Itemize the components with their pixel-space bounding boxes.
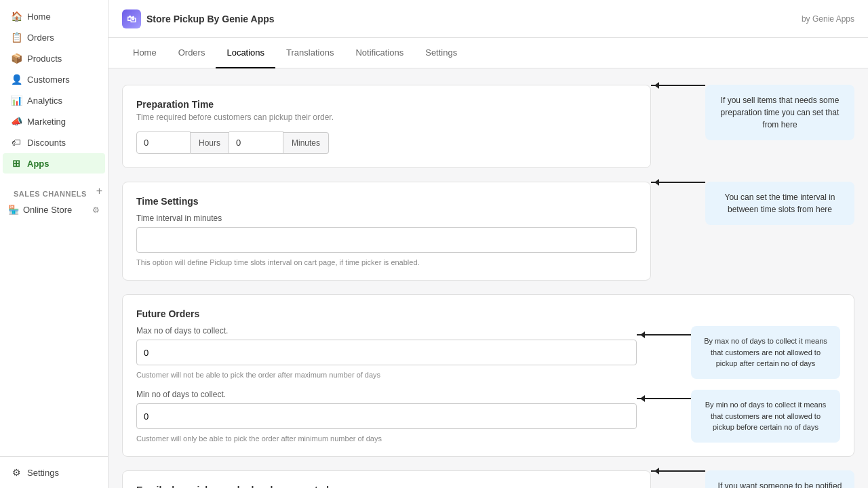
preparation-time-desc: Time required before customers can picku…	[136, 113, 637, 122]
preparation-time-title: Preparation Time	[136, 99, 637, 110]
app-logo-icon: 🛍	[122, 9, 141, 28]
arrow-line-2	[651, 182, 705, 183]
arrow-line	[651, 85, 705, 86]
arrow-line-5	[651, 470, 705, 472]
min-days-row: Min no of days to collect. Customer will…	[136, 390, 840, 443]
preparation-time-row: Preparation Time Time required before cu…	[122, 85, 854, 168]
sidebar-item-products[interactable]: 📦 Products	[3, 48, 105, 68]
tab-translations[interactable]: Translations	[275, 38, 344, 68]
sidebar-nav: 🏠 Home 📋 Orders 📦 Products 👤 Customers 📊…	[0, 0, 108, 456]
sidebar-item-apps-label: Apps	[27, 159, 50, 169]
max-days-label: Max no of days to collect.	[136, 326, 637, 336]
sidebar: 🏠 Home 📋 Orders 📦 Products 👤 Customers 📊…	[0, 0, 108, 488]
sidebar-item-settings[interactable]: ⚙ Settings	[3, 462, 105, 483]
time-settings-tooltip: You can set the time interval in between…	[705, 182, 854, 225]
min-days-label: Min no of days to collect.	[136, 390, 637, 399]
customers-icon: 👤	[11, 74, 22, 85]
add-channel-icon[interactable]: +	[96, 185, 102, 197]
home-icon: 🏠	[11, 11, 22, 22]
sales-channels-label: Sales channels	[5, 182, 95, 201]
sidebar-item-analytics[interactable]: 📊 Analytics	[3, 90, 105, 110]
marketing-icon: 📣	[11, 116, 22, 127]
email-arrow	[651, 470, 705, 472]
main-content: 🛍 Store Pickup By Genie Apps by Genie Ap…	[108, 0, 868, 488]
preparation-time-arrow	[651, 85, 705, 86]
products-icon: 📦	[11, 53, 22, 64]
discounts-icon: 🏷	[11, 137, 22, 148]
apps-icon: ⊞	[11, 158, 22, 169]
preparation-time-card: Preparation Time Time required before cu…	[122, 85, 651, 168]
tab-orders[interactable]: Orders	[167, 38, 216, 68]
max-days-group: Max no of days to collect. Customer will…	[136, 326, 637, 387]
sidebar-bottom: ⚙ Settings	[0, 456, 108, 488]
future-orders-row: Future Orders Max no of days to collect.…	[122, 294, 854, 457]
time-settings-row: Time Settings Time interval in minutes T…	[122, 182, 854, 281]
min-days-input[interactable]	[136, 403, 637, 429]
max-days-input[interactable]	[136, 340, 637, 365]
sidebar-settings-label: Settings	[27, 468, 59, 478]
sidebar-item-marketing[interactable]: 📣 Marketing	[3, 111, 105, 131]
minutes-label: Minutes	[283, 132, 329, 154]
time-settings-title: Time Settings	[136, 196, 637, 207]
orders-icon: 📋	[11, 32, 22, 43]
sidebar-item-discounts-label: Discounts	[27, 138, 66, 148]
max-days-tooltip: By max no of days to collect it means th…	[691, 326, 840, 379]
min-days-arrow	[637, 398, 691, 399]
tab-locations[interactable]: Locations	[216, 38, 275, 68]
email-section-title: Email when pickup order has been created	[136, 485, 637, 488]
time-settings-note: This option will define Pickup time slot…	[136, 258, 637, 266]
app-name: Store Pickup By Genie Apps	[146, 14, 275, 24]
sidebar-item-customers[interactable]: 👤 Customers	[3, 69, 105, 89]
online-store-gear-icon[interactable]: ⚙	[92, 205, 100, 215]
future-orders-card: Future Orders Max no of days to collect.…	[122, 294, 854, 457]
sidebar-item-orders[interactable]: 📋 Orders	[3, 27, 105, 47]
app-logo: 🛍 Store Pickup By Genie Apps	[122, 9, 275, 28]
sidebar-item-orders-label: Orders	[27, 33, 54, 43]
sidebar-item-products-label: Products	[27, 54, 62, 64]
tab-notifications[interactable]: Notifications	[344, 38, 414, 68]
sidebar-item-analytics-label: Analytics	[27, 96, 62, 106]
sidebar-item-customers-label: Customers	[27, 75, 70, 85]
time-interval-group: Time interval in minutes This option wil…	[136, 214, 637, 266]
arrow-line-3	[637, 334, 691, 336]
time-interval-label: Time interval in minutes	[136, 214, 637, 223]
min-days-group: Min no of days to collect. Customer will…	[136, 390, 637, 443]
analytics-icon: 📊	[11, 95, 22, 106]
future-orders-title: Future Orders	[136, 308, 840, 319]
tab-settings[interactable]: Settings	[414, 38, 468, 68]
sidebar-item-marketing-label: Marketing	[27, 117, 66, 127]
preparation-time-tooltip: If you sell items that needs some prepar…	[705, 85, 854, 140]
email-section-row: Email when pickup order has been created…	[122, 470, 854, 488]
sidebar-item-apps[interactable]: ⊞ Apps	[3, 153, 105, 174]
preparation-time-inputs: Hours Minutes	[136, 131, 637, 154]
time-settings-arrow	[651, 182, 705, 183]
arrow-line-4	[637, 398, 691, 399]
max-days-note: Customer will not be able to pick the or…	[136, 371, 637, 379]
tabs-bar: Home Orders Locations Translations Notif…	[108, 38, 868, 68]
hours-input[interactable]	[136, 131, 191, 154]
sidebar-item-home-label: Home	[27, 12, 51, 22]
settings-icon: ⚙	[11, 467, 22, 478]
topbar-by-label: by Genie Apps	[802, 14, 854, 24]
max-days-row: Max no of days to collect. Customer will…	[136, 326, 840, 387]
min-days-tooltip: By min no of days to collect it means th…	[691, 390, 840, 443]
tab-home[interactable]: Home	[122, 38, 167, 68]
email-tooltip: If you want someone to be notified whene…	[705, 470, 854, 488]
sales-channels-header: Sales channels +	[0, 182, 108, 201]
min-days-note: Customer will only be able to pick the o…	[136, 434, 637, 443]
sales-channels-section: Sales channels + 🏪 Online Store ⚙	[0, 182, 108, 219]
topbar: 🛍 Store Pickup By Genie Apps by Genie Ap…	[108, 0, 868, 38]
email-section-card: Email when pickup order has been created…	[122, 470, 651, 488]
sidebar-item-online-store[interactable]: 🏪 Online Store ⚙	[0, 201, 108, 219]
time-settings-card: Time Settings Time interval in minutes T…	[122, 182, 651, 281]
minutes-input[interactable]	[229, 131, 283, 154]
online-store-icon: 🏪	[8, 205, 19, 215]
sidebar-item-discounts[interactable]: 🏷 Discounts	[3, 132, 105, 152]
page-content: Preparation Time Time required before cu…	[108, 68, 868, 488]
hours-label: Hours	[191, 132, 229, 154]
time-interval-input[interactable]	[136, 227, 637, 253]
max-days-arrow	[637, 334, 691, 336]
online-store-label: Online Store	[23, 205, 72, 215]
sidebar-item-home[interactable]: 🏠 Home	[3, 6, 105, 26]
